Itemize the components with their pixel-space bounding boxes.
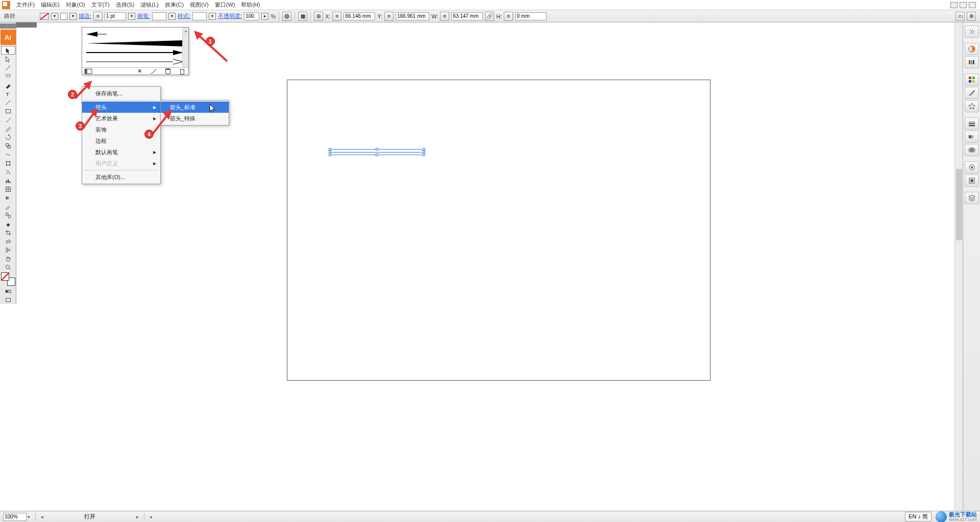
menu-filter[interactable]: 滤镜(L) [137, 0, 161, 10]
remove-stroke-icon[interactable]: ✕ [135, 68, 143, 74]
graph-tool[interactable] [1, 176, 15, 185]
artboard[interactable] [287, 80, 710, 381]
menu-edit[interactable]: 编辑(E) [38, 0, 63, 10]
menu-help[interactable]: 帮助(H) [238, 0, 263, 10]
line-tool[interactable] [1, 98, 15, 107]
zoom-tool[interactable] [1, 263, 15, 271]
brush-dropdown[interactable]: ▾ [168, 13, 176, 20]
transform-anchor[interactable]: ⊞ [314, 12, 323, 21]
style-label[interactable]: 样式: [178, 12, 190, 20]
status-menu-icon[interactable]: ▸ [136, 514, 139, 519]
stroke-panel-icon[interactable] [965, 117, 979, 130]
stroke-input[interactable] [105, 12, 126, 20]
stroke-label[interactable]: 描边: [79, 12, 91, 20]
menu-view[interactable]: 视图(V) [187, 0, 212, 10]
stroke-unit-dd[interactable]: ▾ [128, 13, 135, 20]
brush-input[interactable] [152, 12, 166, 20]
fill-stroke-swatch[interactable] [1, 272, 15, 286]
selected-object[interactable] [330, 149, 424, 155]
menu-default-brushes[interactable]: 默认画笔 [82, 146, 160, 158]
w-stepper[interactable]: ≡ [440, 12, 449, 21]
minimize-button[interactable] [950, 2, 958, 8]
scissors-tool[interactable] [1, 245, 15, 254]
vertical-scrollbar[interactable] [954, 22, 963, 511]
h-input[interactable] [515, 12, 547, 20]
style-input[interactable] [192, 12, 207, 20]
color-panel-icon[interactable] [965, 43, 979, 55]
brush-library-menu-icon[interactable] [84, 68, 92, 74]
menu-window[interactable]: 窗口(W) [212, 0, 238, 10]
toolbox-grip[interactable] [0, 23, 16, 29]
stroke-swatch-box[interactable] [60, 13, 67, 20]
type-tool[interactable]: T [1, 89, 15, 98]
eraser-tool[interactable] [1, 237, 15, 245]
y-input[interactable] [396, 12, 429, 20]
mesh-tool[interactable] [1, 185, 15, 193]
brush-options-icon[interactable] [150, 68, 158, 74]
brush-preview-2[interactable] [84, 39, 186, 48]
opacity-dd[interactable]: ▸ [261, 13, 268, 20]
brush-label[interactable]: 画笔: [137, 12, 150, 20]
pen-tool[interactable] [1, 81, 15, 89]
hand-tool[interactable] [1, 254, 15, 263]
warp-tool[interactable] [1, 150, 15, 159]
fill-swatch[interactable] [40, 13, 49, 20]
opacity-label[interactable]: 不透明度: [218, 12, 242, 20]
x-stepper[interactable]: ≡ [332, 12, 341, 21]
brush-preview-1[interactable] [84, 30, 186, 39]
stroke-dropdown[interactable]: ▾ [69, 13, 77, 20]
live-paint-tool[interactable] [1, 219, 15, 228]
brush-scrollbar[interactable]: ▴ [182, 28, 188, 67]
scale-tool[interactable] [1, 141, 15, 150]
brush-preview-4[interactable] [84, 57, 186, 66]
toggle-panels-icon[interactable] [965, 26, 979, 38]
brush-preview-3[interactable] [84, 48, 186, 57]
color-guide-panel-icon[interactable] [965, 56, 979, 68]
swatches-panel-icon[interactable] [965, 73, 979, 86]
align-button[interactable]: ▦ [298, 12, 307, 21]
new-brush-icon[interactable] [164, 68, 172, 74]
nav-next-icon[interactable]: ◂ [150, 514, 152, 519]
transparency-panel-icon[interactable] [965, 144, 979, 156]
gradient-panel-icon[interactable] [965, 131, 979, 143]
color-mode-row[interactable] [1, 287, 15, 295]
gradient-tool[interactable] [1, 193, 15, 202]
y-stepper[interactable]: ≡ [384, 12, 394, 21]
menu-select[interactable]: 选择(S) [113, 0, 138, 10]
delete-brush-icon[interactable] [178, 68, 186, 74]
fill-dropdown[interactable]: ▾ [51, 13, 58, 20]
restore-button[interactable] [960, 2, 967, 8]
recolor-button[interactable] [282, 12, 291, 21]
menu-object[interactable]: 对象(O) [63, 0, 88, 10]
appearance-panel-icon[interactable] [965, 161, 979, 173]
layers-panel-icon[interactable] [965, 192, 979, 204]
menu-other-lib[interactable]: 其他库(O)... [82, 171, 160, 183]
menu-file[interactable]: 文件(F) [13, 0, 38, 10]
graphic-styles-panel-icon[interactable] [965, 175, 979, 187]
magic-wand-tool[interactable] [1, 63, 15, 72]
style-dropdown[interactable]: ▾ [209, 13, 216, 20]
selection-tool[interactable] [1, 46, 15, 55]
free-transform-tool[interactable] [1, 159, 15, 167]
brushes-panel-icon[interactable] [965, 87, 979, 99]
link-wh-icon[interactable]: 🔗 [485, 12, 494, 21]
eyedropper-tool[interactable] [1, 202, 15, 211]
doc-setup-icon[interactable]: ▭ [955, 12, 965, 21]
menu-effect[interactable]: 效果(C) [162, 0, 187, 10]
symbol-sprayer-tool[interactable] [1, 167, 15, 176]
h-stepper[interactable]: ≡ [504, 12, 513, 21]
opacity-input[interactable] [244, 12, 259, 20]
nav-prev-icon[interactable]: ◂ [41, 514, 43, 519]
menu-type[interactable]: 文字(T) [88, 0, 113, 10]
zoom-dd-icon[interactable]: ▾ [28, 514, 30, 519]
rotate-tool[interactable] [1, 133, 15, 141]
doc-tab-grip[interactable] [16, 22, 37, 28]
prefs-icon[interactable]: ⚙ [967, 12, 976, 21]
blend-tool[interactable] [1, 211, 15, 219]
direct-select-tool[interactable] [1, 55, 15, 63]
ime-indicator[interactable]: EN ♪ 简 [905, 512, 932, 521]
pencil-tool[interactable] [1, 124, 15, 133]
paintbrush-tool[interactable] [1, 115, 15, 124]
brush-list[interactable] [82, 28, 188, 67]
stroke-stepper[interactable]: ≡ [93, 12, 103, 21]
